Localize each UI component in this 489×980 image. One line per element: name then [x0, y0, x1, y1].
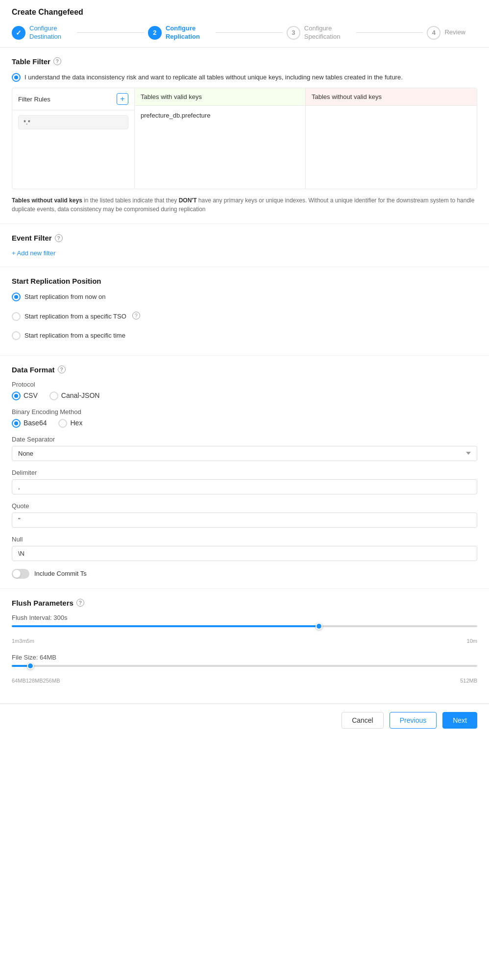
flush-params-title: Flush Parameters ?: [12, 599, 477, 607]
delimiter-label: Delimiter: [12, 469, 477, 476]
null-field: Null: [12, 536, 477, 561]
quote-input[interactable]: [12, 513, 477, 528]
replication-option-1[interactable]: Start replication from a specific TSO ?: [12, 312, 477, 321]
step-3-circle: 3: [287, 26, 300, 40]
protocol-field: Protocol CSV Canal-JSON: [12, 381, 477, 400]
quote-field: Quote: [12, 502, 477, 528]
replication-radio-2[interactable]: [12, 331, 21, 340]
binary-base64-label: Base64: [24, 419, 47, 427]
steps-nav: ✓ Configure Destination 2 Configure Repl…: [12, 24, 477, 41]
step-4-circle: 4: [427, 26, 440, 40]
filter-note: Tables without valid keys in the listed …: [12, 196, 477, 214]
step-1[interactable]: ✓ Configure Destination: [12, 24, 73, 41]
step-2-circle: 2: [148, 26, 162, 40]
flush-interval-thumb[interactable]: [316, 623, 322, 630]
valid-table-item: prefecture_db.prefecture: [141, 111, 299, 120]
table-filter-checkbox[interactable]: [12, 73, 21, 82]
filter-rules-label: Filter Rules: [18, 96, 50, 103]
replication-label-2: Start replication from a specific time: [24, 331, 125, 341]
file-size-track: [12, 665, 477, 667]
step-divider-2: [216, 32, 283, 33]
step-4-label: Review: [444, 28, 465, 37]
protocol-canal-label: Canal-JSON: [61, 392, 100, 399]
invalid-keys-col: Tables without valid keys: [306, 88, 477, 189]
flush-interval-track: [12, 625, 477, 627]
binary-hex-label: Hex: [70, 419, 82, 427]
replication-tso-help-icon[interactable]: ?: [132, 312, 140, 319]
file-size-label: File Size: 64MB: [12, 654, 477, 661]
replication-option-2[interactable]: Start replication from a specific time: [12, 331, 477, 341]
filter-note-highlight: Tables without valid keys: [12, 197, 82, 204]
filter-rules-col: Filter Rules + *.*: [12, 88, 135, 189]
flush-interval-fill: [12, 625, 319, 627]
flush-interval-label: Flush Interval: 300s: [12, 614, 477, 621]
event-filter-help-icon[interactable]: ?: [55, 234, 63, 242]
step-3[interactable]: 3 Configure Specification: [287, 24, 352, 41]
file-size-ticks: 64MB 128MB 256MB 512MB: [12, 678, 477, 684]
event-filter-section: Event Filter ? + Add new filter: [0, 224, 489, 267]
binary-hex-radio[interactable]: [58, 419, 67, 428]
delimiter-input[interactable]: [12, 479, 477, 494]
binary-base64-radio[interactable]: [12, 419, 21, 428]
quote-label: Quote: [12, 502, 477, 510]
page-footer: Cancel Previous Next: [0, 704, 489, 736]
table-filter-checkbox-row[interactable]: I understand the data inconsistency risk…: [12, 73, 477, 82]
event-filter-title: Event Filter ?: [12, 234, 477, 242]
step-divider-3: [356, 32, 423, 33]
date-separator-select[interactable]: None - /: [12, 446, 477, 461]
flush-params-section: Flush Parameters ? Flush Interval: 300s …: [0, 589, 489, 704]
step-2-label: Configure Replication: [166, 24, 200, 41]
include-commit-ts-toggle[interactable]: [12, 569, 29, 579]
filter-rules-header: Filter Rules +: [12, 88, 134, 110]
flush-interval-slider-section: Flush Interval: 300s 1m 3m 5m 10m: [12, 614, 477, 644]
start-replication-section: Start Replication Position Start replica…: [0, 267, 489, 356]
step-2[interactable]: 2 Configure Replication: [148, 24, 212, 41]
file-size-thumb[interactable]: [27, 662, 34, 669]
binary-hex[interactable]: Hex: [58, 418, 82, 428]
step-4[interactable]: 4 Review: [427, 26, 477, 40]
flush-params-help-icon[interactable]: ?: [76, 599, 84, 607]
filter-rule-item[interactable]: *.*: [18, 115, 128, 129]
invalid-keys-header: Tables without valid keys: [306, 88, 477, 106]
binary-options: Base64 Hex: [12, 418, 477, 428]
filter-note-rest: in the listed tables indicate that they: [84, 197, 178, 204]
valid-keys-header: Tables with valid keys: [135, 88, 305, 106]
protocol-canal-json[interactable]: Canal-JSON: [49, 391, 100, 400]
protocol-csv-radio[interactable]: [12, 392, 21, 400]
protocol-csv[interactable]: CSV: [12, 391, 38, 400]
step-3-label: Configure Specification: [304, 24, 341, 41]
protocol-canal-radio[interactable]: [49, 392, 58, 400]
date-separator-label: Date Separator: [12, 436, 477, 443]
null-input[interactable]: [12, 546, 477, 561]
invalid-keys-label: Tables without valid keys: [312, 93, 382, 100]
include-commit-ts-label: Include Commit Ts: [34, 570, 87, 577]
filter-grid: Filter Rules + *.* Tables with valid key…: [12, 88, 477, 189]
next-button[interactable]: Next: [442, 712, 477, 729]
add-event-filter-link[interactable]: + Add new filter: [12, 249, 55, 257]
cancel-button[interactable]: Cancel: [342, 712, 384, 729]
data-format-title: Data Format ?: [12, 366, 477, 374]
filter-rules-body: *.*: [12, 110, 134, 189]
start-replication-options: Start replication from now on Start repl…: [12, 292, 477, 345]
invalid-keys-body: [306, 106, 477, 184]
flush-interval-ticks: 1m 3m 5m 10m: [12, 638, 477, 644]
valid-keys-label: Tables with valid keys: [141, 93, 202, 100]
data-format-help-icon[interactable]: ?: [58, 366, 66, 373]
table-filter-section: Table Filter ? I understand the data inc…: [0, 48, 489, 224]
checkmark-icon: ✓: [16, 29, 22, 37]
table-filter-checkbox-label: I understand the data inconsistency risk…: [24, 73, 403, 82]
step-1-label: Configure Destination: [29, 24, 61, 41]
previous-button[interactable]: Previous: [390, 712, 437, 729]
replication-radio-1[interactable]: [12, 312, 21, 321]
binary-encoding-label: Binary Encoding Method: [12, 408, 477, 416]
protocol-label: Protocol: [12, 381, 477, 388]
table-filter-help-icon[interactable]: ?: [53, 57, 61, 65]
add-filter-rule-btn[interactable]: +: [117, 93, 128, 105]
replication-option-0[interactable]: Start replication from now on: [12, 292, 477, 302]
valid-keys-body: prefecture_db.prefecture: [135, 106, 305, 184]
date-separator-wrapper: None - /: [12, 446, 477, 461]
filter-note-bold: DON'T: [179, 197, 197, 204]
date-separator-field: Date Separator None - /: [12, 436, 477, 461]
replication-radio-0[interactable]: [12, 293, 21, 301]
binary-base64[interactable]: Base64: [12, 418, 47, 428]
